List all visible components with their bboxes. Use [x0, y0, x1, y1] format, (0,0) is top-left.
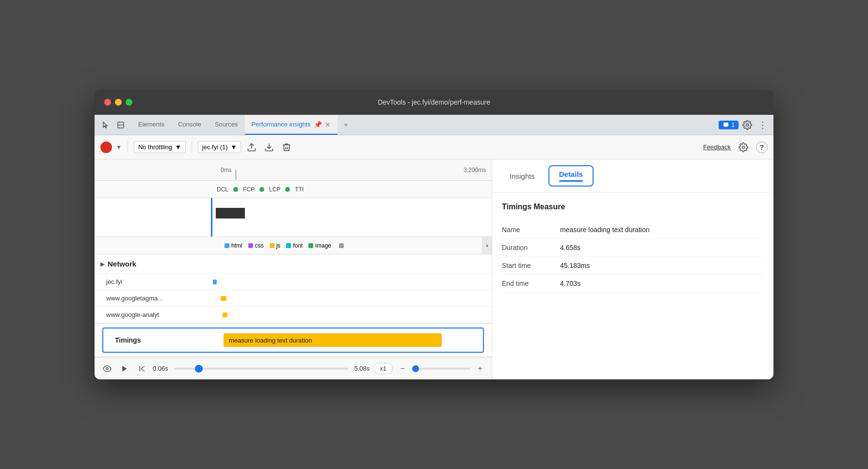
start-time-value: 0.06s — [153, 365, 168, 372]
right-panel: Insights Details Timings Measure Name me… — [492, 159, 773, 379]
start-time-label: 0ms — [221, 167, 232, 173]
skip-to-start-icon[interactable] — [135, 362, 149, 375]
close-button[interactable] — [104, 99, 111, 106]
toolbar: ▼ No throttling ▼ jec.fyi (1) ▼ — [95, 135, 773, 159]
network-bar-1 — [211, 290, 492, 306]
network-rows: jec.fyi www.googletagma... — [95, 274, 492, 323]
timeline-area — [95, 198, 492, 237]
minimize-button[interactable] — [115, 99, 122, 106]
legend-css: css — [248, 242, 264, 249]
help-icon[interactable]: ? — [756, 141, 768, 153]
network-row-2[interactable]: www.google-analyt — [95, 307, 492, 323]
main-content: 0ms 3,200ms DCL FCP LCP — [95, 159, 773, 379]
details-content: Timings Measure Name measure loading tex… — [492, 193, 773, 379]
details-key-3: End time — [502, 280, 560, 287]
network-label-2: www.google-analyt — [95, 311, 211, 318]
details-table: Name measure loading text duration Durat… — [502, 221, 764, 293]
tab-details[interactable]: Details — [548, 165, 594, 187]
tab-more[interactable]: » — [338, 115, 354, 135]
tab-elements[interactable]: Elements — [131, 115, 171, 135]
scrubber-track[interactable] — [174, 368, 349, 370]
more-legend — [339, 243, 344, 248]
gear-icon — [742, 120, 752, 130]
details-title: Timings Measure — [502, 203, 764, 211]
legend-html: html — [225, 242, 242, 249]
upload-icon[interactable] — [245, 141, 258, 154]
svg-point-5 — [742, 146, 745, 148]
scrubber-thumb[interactable] — [195, 365, 203, 373]
css-color — [248, 243, 253, 248]
zoom-track[interactable] — [412, 368, 470, 370]
tab-performance-insights[interactable]: Performance insights 📌 ✕ — [245, 115, 338, 135]
details-val-3: 4.703s — [560, 280, 580, 287]
eye-icon[interactable] — [100, 362, 114, 375]
timings-bar-area: measure loading text duration — [220, 333, 483, 347]
record-dropdown-arrow[interactable]: ▼ — [116, 144, 122, 151]
bar-seg-0 — [213, 280, 217, 284]
zoom-thumb[interactable] — [412, 365, 419, 372]
network-section: ▶ Network jec.fyi www.googletagma... — [95, 254, 492, 324]
details-key-1: Duration — [502, 244, 560, 251]
timing-markers-row: DCL FCP LCP TTI — [95, 181, 492, 198]
measure-bar[interactable]: measure loading text duration — [224, 333, 442, 347]
expand-arrow[interactable]: › — [482, 237, 492, 254]
tab-bar-left-icons — [98, 115, 128, 135]
details-val-1: 4.658s — [560, 244, 580, 251]
timings-label: Timings — [103, 336, 220, 344]
tab-bar-right: 1 ⋮ — [719, 115, 770, 135]
network-header[interactable]: ▶ Network — [95, 254, 492, 274]
network-row-1[interactable]: www.googletagma... — [95, 290, 492, 307]
tti-label: TTI — [295, 186, 304, 193]
dock-icon-btn[interactable] — [114, 118, 128, 132]
zoom-out-icon[interactable]: − — [397, 363, 408, 375]
timings-section: Timings measure loading text duration — [95, 324, 492, 357]
tab-bar: Elements Console Sources Performance ins… — [95, 115, 773, 135]
html-color — [225, 243, 229, 248]
details-val-2: 45.183ms — [560, 262, 590, 269]
more-options-btn[interactable]: ⋮ — [756, 118, 770, 132]
cursor-icon-btn[interactable] — [98, 118, 112, 132]
network-expand-icon: ▶ — [100, 261, 105, 267]
zoom-in-icon[interactable]: + — [474, 363, 486, 375]
legend-image: image — [308, 242, 331, 249]
timeline-cursor — [211, 198, 212, 236]
details-row-3: End time 4.703s — [502, 275, 764, 293]
network-bar-0 — [211, 274, 492, 290]
tti-dot — [285, 187, 290, 192]
lcp-dot — [259, 187, 264, 192]
separator-1 — [128, 141, 128, 153]
title-bar: DevTools - jec.fyi/demo/perf-measure — [95, 90, 773, 115]
delete-icon[interactable] — [280, 141, 293, 154]
network-title: Network — [108, 260, 136, 268]
svg-marker-7 — [122, 366, 127, 372]
timing-markers: DCL FCP LCP TTI — [217, 186, 304, 193]
end-time-label: 3,200ms — [464, 167, 486, 173]
chat-badge[interactable]: 1 — [719, 121, 739, 129]
download-icon[interactable] — [262, 141, 276, 154]
js-color — [270, 243, 274, 248]
details-row-1: Duration 4.658s — [502, 239, 764, 257]
details-val-0: measure loading text duration — [560, 226, 649, 234]
devtools-body: Elements Console Sources Performance ins… — [95, 115, 773, 379]
window-title: DevTools - jec.fyi/demo/perf-measure — [378, 98, 490, 106]
svg-point-2 — [746, 124, 749, 126]
network-row-0[interactable]: jec.fyi — [95, 274, 492, 290]
target-dropdown[interactable]: jec.fyi (1) ▼ — [198, 141, 241, 153]
tab-insights[interactable]: Insights — [500, 168, 545, 184]
timings-row[interactable]: Timings measure loading text duration — [102, 328, 484, 353]
play-icon[interactable] — [118, 362, 131, 375]
tab-console[interactable]: Console — [171, 115, 208, 135]
svg-point-6 — [106, 367, 109, 370]
settings-icon[interactable] — [737, 141, 750, 154]
details-key-2: Start time — [502, 262, 560, 269]
settings-icon-btn[interactable] — [740, 118, 754, 132]
feedback-link[interactable]: Feedback — [703, 143, 731, 151]
maximize-button[interactable] — [126, 99, 132, 106]
left-panel: 0ms 3,200ms DCL FCP LCP — [95, 159, 492, 379]
tab-sources[interactable]: Sources — [208, 115, 245, 135]
record-button[interactable] — [100, 141, 112, 153]
bottom-bar: 0.06s 5.08s x1 − + — [95, 357, 492, 379]
fcp-label: FCP — [243, 186, 255, 193]
throttling-dropdown[interactable]: No throttling ▼ — [134, 141, 186, 153]
tab-close-icon[interactable]: ✕ — [325, 121, 331, 128]
